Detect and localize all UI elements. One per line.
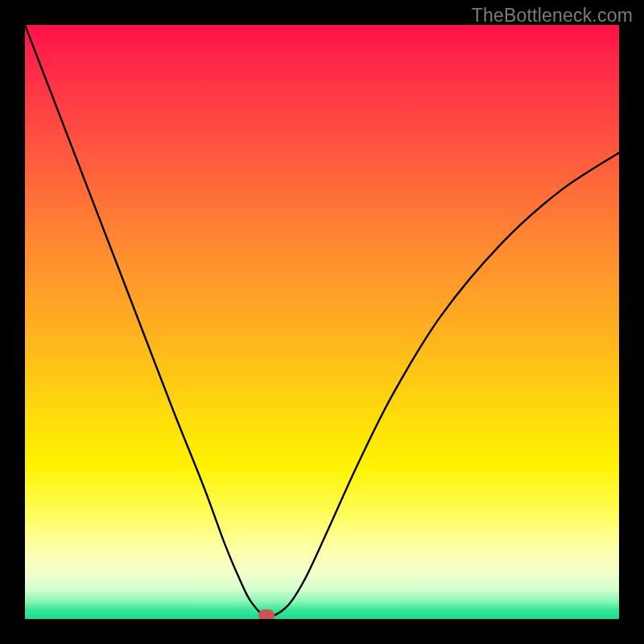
plot-area — [25, 25, 619, 619]
bottleneck-curve — [25, 25, 619, 619]
minimum-marker — [258, 609, 275, 619]
watermark-text: TheBottleneck.com — [472, 5, 633, 27]
chart-frame: TheBottleneck.com — [0, 0, 644, 644]
